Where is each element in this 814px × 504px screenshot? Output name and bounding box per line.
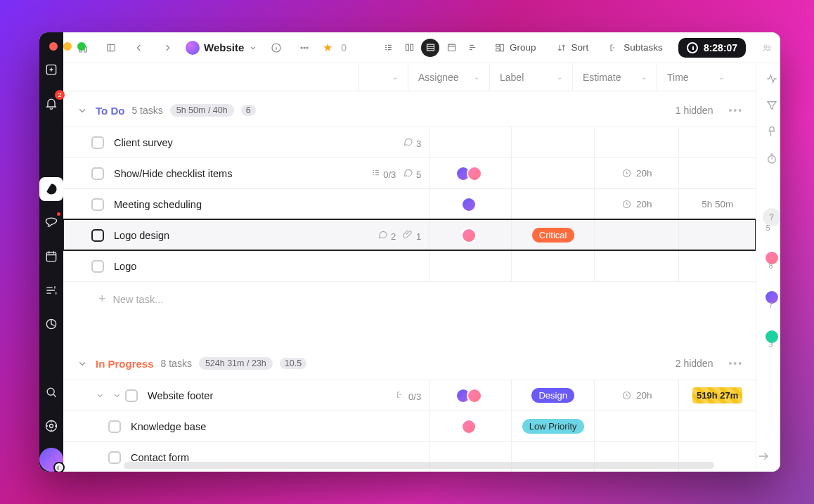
new-item-icon[interactable] [39,58,63,82]
section-collapse-icon[interactable] [76,104,89,117]
section-more-icon[interactable]: ••• [728,105,743,116]
task-label[interactable]: Low Priority [522,419,584,434]
cell-label[interactable] [511,189,594,219]
horizontal-scrollbar[interactable] [124,462,714,469]
nav-back-icon[interactable] [129,39,149,56]
more-icon[interactable] [295,39,314,56]
reports-icon[interactable] [39,312,63,336]
projects-icon[interactable] [39,177,63,201]
task-label[interactable]: Design [531,388,574,403]
cell-label[interactable]: Low Priority [511,411,594,441]
notifications-icon[interactable]: 2 [39,91,63,115]
assignee-avatar[interactable] [461,419,477,434]
task-row[interactable]: Meeting scheduling 20h 5h 50m [63,188,756,219]
section-hidden-count[interactable]: 2 hidden [676,358,713,369]
pin-icon[interactable] [763,124,780,141]
task-row[interactable]: Logo [63,250,756,281]
rail-user-1[interactable]: 8 [764,250,780,266]
timer[interactable]: 8:28:07 [678,38,746,58]
stopwatch-icon[interactable] [763,150,780,167]
cell-assignee[interactable] [429,220,511,250]
expand-task-icon[interactable] [91,390,108,401]
task-row[interactable]: Knowledge base Low Priority [63,411,756,441]
cell-estimate[interactable] [594,127,678,157]
info-icon[interactable] [266,39,286,56]
task-row[interactable]: Show/Hide checklist items 0/3 5 20h [63,157,756,188]
view-table-icon[interactable] [421,39,439,57]
column-estimate[interactable]: Estimate⌄ [572,63,657,91]
cell-time[interactable] [678,127,756,157]
cell-label[interactable] [511,158,594,188]
group-button[interactable]: Group [490,39,541,56]
filter-icon[interactable] [763,97,780,114]
task-checkbox[interactable] [91,167,104,180]
rail-user-2[interactable]: 7 [764,290,780,305]
cell-label[interactable]: Design [511,380,594,411]
panel-toggle-icon[interactable] [101,39,121,56]
task-checkbox[interactable] [108,451,121,464]
section-more-icon[interactable]: ••• [728,358,743,369]
view-gantt-icon[interactable] [463,39,482,57]
calendar-icon[interactable] [39,245,63,269]
assignee-avatar[interactable] [461,228,477,243]
project-selector[interactable]: Website [186,41,258,55]
help-icon[interactable] [39,414,63,438]
subtasks-button[interactable]: Subtasks [604,39,667,56]
people-icon[interactable] [757,39,777,56]
cell-estimate[interactable] [594,411,678,441]
column-assignee[interactable]: Assignee⌄ [408,63,489,91]
assignee-avatar[interactable] [467,388,482,403]
assignee-avatar[interactable] [467,166,482,181]
task-checkbox[interactable] [125,389,138,402]
messages-icon[interactable] [39,211,63,235]
task-row[interactable]: Website footer 0/3 Design 20h 519h 27m [63,380,756,411]
cell-label[interactable]: Critical [511,220,594,250]
column-time[interactable]: Time⌄ [657,63,734,91]
cell-time[interactable] [678,158,756,188]
section-hidden-count[interactable]: 1 hidden [676,105,713,116]
cell-time[interactable]: 519h 27m [678,380,756,411]
task-checkbox[interactable] [108,420,121,433]
view-calendar-icon[interactable] [442,39,460,57]
cell-estimate[interactable]: 20h [594,158,678,188]
cell-assignee[interactable] [429,251,511,281]
unknown-user[interactable]: ? 5 [763,208,780,226]
task-checkbox[interactable] [91,260,104,273]
cell-time[interactable] [678,411,756,441]
task-checkbox[interactable] [91,136,104,149]
view-board-icon[interactable] [400,39,418,57]
section-collapse-icon[interactable] [76,357,89,370]
cell-estimate[interactable]: 20h [594,189,678,219]
sort-button[interactable]: Sort [552,39,593,56]
task-checkbox[interactable] [91,198,104,211]
star-icon[interactable]: ★ [323,41,332,54]
view-list-icon[interactable] [379,39,397,57]
cell-assignee[interactable] [429,189,511,219]
search-icon[interactable] [39,380,63,404]
cell-label[interactable] [511,251,594,281]
current-user-avatar[interactable]: ◐ [39,448,63,472]
cell-assignee[interactable] [429,127,511,157]
cell-assignee[interactable] [429,380,511,411]
task-row[interactable]: Logo design 2 1 Critical [63,219,756,250]
column-task-more[interactable]: ⌄ [358,63,408,91]
cell-time[interactable] [678,220,756,250]
window-minimize[interactable] [63,42,72,51]
column-label[interactable]: Label⌄ [489,63,572,91]
collapse-rail-icon[interactable] [755,448,772,465]
cell-estimate[interactable] [594,220,678,250]
rail-user-3[interactable]: 3 [764,329,780,344]
task-checkbox[interactable] [91,229,104,242]
cell-assignee[interactable] [429,158,511,188]
cell-label[interactable] [511,127,594,157]
cell-assignee[interactable] [429,411,511,441]
cell-estimate[interactable]: 20h [594,380,678,411]
window-close[interactable] [49,42,58,51]
window-zoom[interactable] [77,42,86,51]
cell-time[interactable] [678,251,756,281]
task-row[interactable]: Client survey 3 [63,127,756,157]
new-task-button[interactable]: +New task... [63,281,756,316]
cell-estimate[interactable] [594,251,678,281]
nav-forward-icon[interactable] [157,39,177,56]
expand-task-icon[interactable] [108,390,125,401]
